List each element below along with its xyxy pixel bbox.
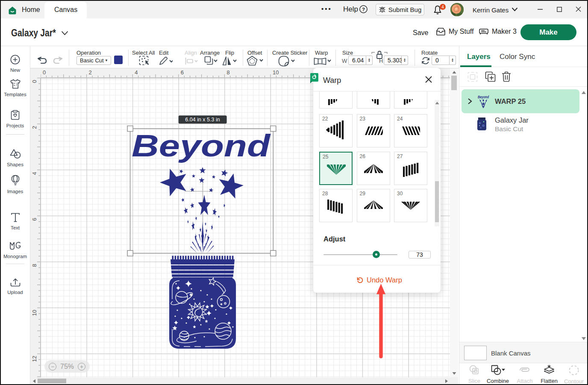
svg-text:12: 12 xyxy=(31,356,38,362)
svg-text:6: 6 xyxy=(31,218,38,221)
svg-text:?: ? xyxy=(362,7,365,12)
svg-text:2: 2 xyxy=(89,69,92,76)
svg-text:10: 10 xyxy=(273,69,279,76)
svg-text:0: 0 xyxy=(43,69,46,76)
svg-text:Beyond: Beyond xyxy=(132,128,271,163)
svg-text:Beyond: Beyond xyxy=(478,95,489,99)
svg-text:0: 0 xyxy=(31,80,38,83)
svg-text:6.04 in x 5.3 in: 6.04 in x 5.3 in xyxy=(185,117,220,123)
svg-text:6: 6 xyxy=(181,69,184,76)
svg-text:4: 4 xyxy=(135,69,138,76)
svg-text:10: 10 xyxy=(31,310,38,316)
svg-text:8: 8 xyxy=(31,264,38,267)
svg-text:2: 2 xyxy=(31,126,38,129)
svg-text:4: 4 xyxy=(31,172,38,175)
svg-text:8: 8 xyxy=(226,69,229,76)
